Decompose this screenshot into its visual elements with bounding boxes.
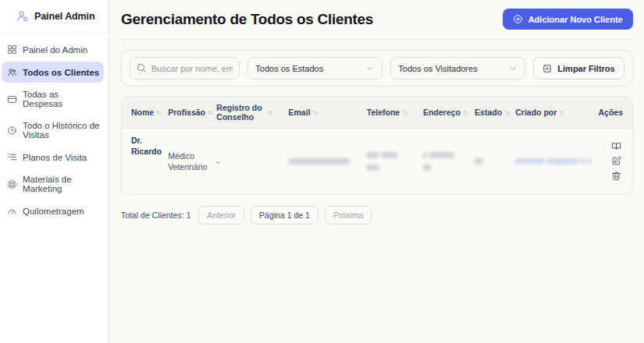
cell-criado-por: xxxxxxx xxxxxxxx x x — [513, 129, 596, 194]
sidebar-item-label: Todas as Despesas — [23, 90, 100, 108]
edit-icon — [611, 156, 621, 166]
sort-icon: ↑↓ — [313, 109, 318, 116]
column-header-email[interactable]: Email↑↓ — [286, 97, 365, 129]
sort-icon: ↑↓ — [402, 109, 407, 116]
edit-button[interactable] — [610, 155, 622, 167]
column-header-registro-do-conselho[interactable]: Registro do Conselho↑↓ — [214, 97, 286, 129]
table-row: Dr. Ricardo Médico Veterinário - xxxxxxx… — [122, 129, 632, 194]
cell-email: xxxxxxxxxxxxxxx — [286, 129, 365, 194]
cell-nome: Dr. Ricardo — [122, 129, 165, 194]
redacted-email: xxxxxxxxxxxxxxx — [289, 155, 350, 168]
sidebar-item-label: Materiais de Marketing — [23, 175, 100, 193]
sort-icon: ↑↓ — [267, 109, 272, 116]
sidebar-item-label: Quilometragem — [23, 207, 84, 216]
clients-icon — [7, 67, 17, 77]
sidebar-item-materiais-de-marketing[interactable]: Materiais de Marketing — [2, 169, 104, 199]
plans-icon — [7, 152, 17, 162]
cell-profissao: Médico Veterinário — [165, 129, 214, 194]
cell-registro-conselho: - — [214, 129, 286, 194]
chevron-down-icon — [508, 64, 518, 73]
history-icon — [7, 126, 17, 136]
sidebar-item-quilometragem[interactable]: Quilometragem — [2, 200, 104, 221]
sidebar: Painel Admin Painel do Admin — [0, 0, 109, 343]
next-page-button[interactable]: Próxima — [325, 206, 372, 225]
filter-bar: Todos os Estados Todos os Visitadores — [121, 50, 633, 87]
visitor-filter-select[interactable]: Todos os Visitadores — [390, 57, 525, 80]
column-header-profissao[interactable]: Profissão↑↓ — [165, 97, 214, 129]
search-box — [130, 57, 240, 80]
cell-telefone: xxx xxxxxxx — [365, 129, 421, 194]
state-filter-select[interactable]: Todos os Estados — [247, 57, 382, 80]
page-header: Gerenciamento de Todos os Clientes Adici… — [121, 0, 633, 40]
page-title: Gerenciamento de Todos os Clientes — [121, 11, 373, 28]
cell-acoes — [596, 129, 632, 194]
pagination: Total de Clientes: 1 Anterior Página 1 d… — [121, 206, 633, 225]
redacted-estado: xx — [475, 155, 483, 168]
book-open-icon — [611, 141, 621, 151]
sort-icon: ↑↓ — [208, 109, 212, 116]
x-square-icon — [543, 64, 552, 73]
app-title: Painel Admin — [34, 11, 95, 22]
admin-users-icon — [16, 9, 30, 23]
dashboard-icon — [7, 44, 17, 55]
cell-estado: xx — [472, 129, 513, 194]
expenses-icon — [7, 94, 17, 104]
redacted-endereco: x xxxxxxxx — [423, 149, 454, 174]
column-header-estado[interactable]: Estado↑↓ — [472, 97, 513, 129]
add-new-client-label: Adicionar Novo Cliente — [528, 15, 623, 24]
sidebar-item-todas-as-despesas[interactable]: Todas as Despesas — [2, 84, 104, 114]
clear-filters-label: Limpar Filtros — [557, 64, 614, 73]
sort-icon: ↑↓ — [463, 109, 468, 116]
search-icon — [136, 62, 147, 73]
trash-icon — [611, 171, 621, 181]
sidebar-item-historico-de-visitas[interactable]: Todo o Histórico de Visitas — [2, 115, 104, 145]
previous-page-button[interactable]: Anterior — [198, 206, 244, 225]
column-header-acoes: Ações — [596, 97, 632, 129]
add-new-client-button[interactable]: Adicionar Novo Cliente — [503, 9, 633, 30]
marketing-icon — [7, 179, 17, 189]
state-filter-value: Todos os Estados — [255, 64, 323, 73]
app-window: Painel Admin Painel do Admin — [0, 0, 644, 343]
sort-icon: ↑↓ — [559, 109, 564, 116]
cell-endereco: x xxxxxxxx — [421, 129, 472, 194]
clear-filters-button[interactable]: Limpar Filtros — [533, 57, 624, 80]
sidebar-header: Painel Admin — [0, 0, 109, 33]
sidebar-item-label: Planos de Visita — [23, 153, 87, 162]
main-content: Gerenciamento de Todos os Clientes Adici… — [109, 0, 644, 343]
redacted-criado-por-link: xxxxxxx xxxxxxxx x x — [515, 155, 592, 168]
total-clients-label: Total de Clientes: 1 — [121, 210, 190, 220]
clients-table-card: Nome↑↓ Profissão↑↓ Registro do Conselho↑… — [121, 96, 633, 195]
sort-icon: ↑↓ — [504, 109, 509, 116]
plus-circle-icon — [513, 14, 523, 24]
column-header-telefone[interactable]: Telefone↑↓ — [365, 97, 421, 129]
redacted-telefone: xxx xxxxxxx — [367, 149, 398, 174]
column-header-endereco[interactable]: Endereço↑↓ — [421, 97, 472, 129]
mileage-icon — [7, 206, 17, 216]
sidebar-item-label: Todo o Histórico de Visitas — [23, 121, 100, 140]
sidebar-item-label: Todos os Clientes — [23, 68, 99, 77]
visitor-filter-value: Todos os Visitadores — [398, 64, 477, 73]
sidebar-item-planos-de-visita[interactable]: Planos de Visita — [2, 147, 104, 168]
column-header-criado-por[interactable]: Criado por↑↓ — [513, 97, 596, 129]
table-header-row: Nome↑↓ Profissão↑↓ Registro do Conselho↑… — [122, 97, 632, 129]
sidebar-nav: Painel do Admin Todos os Clientes Tod — [0, 33, 109, 223]
clients-table: Nome↑↓ Profissão↑↓ Registro do Conselho↑… — [122, 97, 632, 194]
view-history-button[interactable] — [610, 140, 622, 152]
column-header-nome[interactable]: Nome↑↓ — [122, 97, 165, 129]
page-indicator: Página 1 de 1 — [251, 206, 318, 225]
sidebar-item-label: Painel do Admin — [23, 45, 87, 55]
delete-button[interactable] — [610, 170, 622, 182]
chevron-down-icon — [365, 64, 375, 73]
sidebar-item-painel-do-admin[interactable]: Painel do Admin — [2, 39, 104, 60]
sidebar-item-todos-os-clientes[interactable]: Todos os Clientes — [2, 62, 104, 83]
sort-icon: ↑↓ — [156, 109, 161, 116]
